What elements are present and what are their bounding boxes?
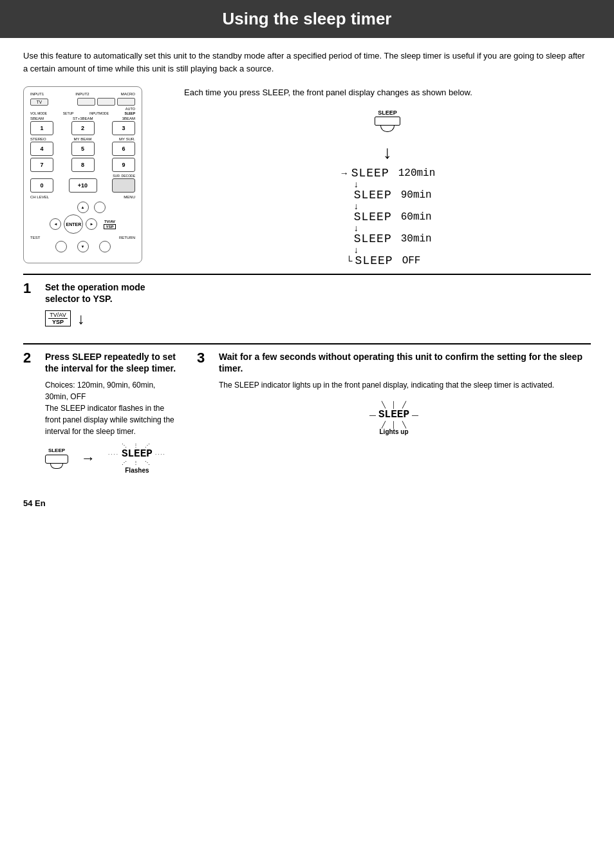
page-number-text: 54 En: [23, 498, 46, 508]
mybeam-label: MY BEAM: [74, 137, 92, 141]
chlevel-label: CH LEVEL: [30, 195, 49, 199]
intro-paragraph: Use this feature to automatically set th…: [23, 50, 591, 75]
selector-arrow-down: ↓: [77, 310, 85, 328]
remote-btn-1[interactable]: 1: [30, 121, 53, 135]
remote-btn-2[interactable]: 2: [71, 121, 95, 135]
lights-up-illustration: ╲│╱ — SLEEP — ╱│╲ Lights up: [197, 401, 591, 435]
sleep-30-label: SLEEP: [354, 232, 392, 245]
remote-sleep-label: SLEEP: [125, 111, 135, 115]
lights-up-label: Lights up: [380, 428, 409, 435]
sleep-btn-img: SLEEP: [45, 448, 68, 469]
title-text: Using the sleep timer: [223, 9, 392, 28]
step-2-section: 2 Press SLEEP repeatedly to set the inte…: [23, 343, 591, 479]
step1-number: 1: [23, 280, 39, 297]
ysp-selector-illustration: TV/AV YSP ↓: [45, 310, 178, 328]
flash-arrow: →: [81, 450, 95, 467]
step-1-section: 1 Set the operation mode selector to YSP…: [23, 274, 591, 333]
lights-sleep-text: SLEEP: [378, 409, 409, 420]
flashes-label: Flashes: [125, 467, 149, 474]
surdecode-label: SUR. DECODE: [113, 174, 135, 178]
remote-inputmode-label: INPUTMODE: [89, 111, 109, 115]
sleep-120-time: 120min: [398, 167, 436, 179]
remote-auto-label: AUTO: [126, 107, 135, 111]
ysp-btn-remote[interactable]: YSP: [104, 224, 115, 229]
test-label: TEST: [30, 236, 40, 240]
remote-btn-4[interactable]: 4: [30, 142, 53, 156]
remote-btn-5[interactable]: 5: [71, 142, 95, 156]
remote-input1-label: INPUT1: [30, 92, 44, 96]
remote-blank3: [117, 98, 135, 106]
sleep-flash-illustration: SLEEP → ⋱ ⋮ ⋰ ···· SLEEP ···· ⋰ ⋮ ⋱ Fl: [45, 442, 178, 474]
st3beam-label: ST+3BEAM: [73, 117, 93, 120]
menu-label: MENU: [124, 195, 135, 199]
remote-blank1: [77, 98, 95, 106]
remote-return-btn[interactable]: [99, 241, 111, 252]
remote-tv-btn: TV: [30, 99, 48, 106]
sleep-off-time: OFF: [402, 255, 421, 267]
stereo-label: STEREO: [30, 137, 46, 141]
sleep-30-time: 30min: [401, 233, 432, 245]
remote-volmode-label: VOL MODE: [30, 111, 47, 115]
step2-number: 2: [23, 350, 39, 366]
remote-up-btn[interactable]: ▲: [77, 202, 89, 213]
remote-enter-btn[interactable]: ENTER: [64, 214, 83, 234]
remote-menu-btn[interactable]: [94, 202, 106, 213]
remote-btn-3[interactable]: 3: [112, 121, 135, 135]
sleep-sequence-diagram: → SLEEP 120min ↓ SLEEP 90min ↓ SLEEP 60m…: [340, 167, 436, 267]
sleep-60-time: 60min: [401, 211, 432, 223]
ysp-selector-label: YSP: [48, 318, 68, 325]
page-title: Using the sleep timer: [0, 0, 614, 38]
sleep-90-time: 90min: [401, 189, 432, 201]
step2-body: Choices: 120min, 90min, 60min, 30min, OF…: [45, 379, 178, 437]
remote-btn-8[interactable]: 8: [71, 158, 95, 172]
remote-btn-6[interactable]: 6: [112, 142, 135, 156]
remote-btn-9[interactable]: 9: [112, 158, 135, 172]
remote-btn-plus10[interactable]: +10: [69, 178, 97, 193]
sbeam-label: SBEAM: [30, 117, 44, 120]
remote-down-btn[interactable]: ▼: [77, 241, 89, 252]
page-number: 54 En: [23, 498, 591, 508]
remote-macro-label: MACRO: [121, 92, 135, 96]
remote-illustration: INPUT1 INPUT2 MACRO TV AUTO: [23, 86, 142, 263]
mysur-label: MY SUR.: [119, 137, 135, 141]
step1-title: Set the operation mode selector to YSP.: [45, 281, 178, 305]
remote-blank2: [97, 98, 115, 106]
step3-body: The SLEEP indicator lights up in the fro…: [219, 379, 591, 391]
remote-btn-0[interactable]: 0: [30, 178, 53, 193]
right-intro-text: Each time you press SLEEP, the front pan…: [184, 86, 591, 99]
remote-btn-7[interactable]: 7: [30, 158, 53, 172]
return-label: RETURN: [119, 236, 135, 240]
sleep-button-diagram-top: SLEEP: [375, 109, 400, 132]
sleep-90-label: SLEEP: [354, 189, 392, 202]
step3-title: Wait for a few seconds without operating…: [219, 351, 591, 374]
step2-title: Press SLEEP repeatedly to set the interv…: [45, 351, 178, 374]
sleep-off-label: SLEEP: [355, 254, 393, 267]
remote-btn-blank[interactable]: [112, 178, 135, 193]
remote-test-btn[interactable]: [55, 241, 67, 252]
remote-left-btn[interactable]: ◄: [50, 218, 61, 230]
flash-display: ⋱ ⋮ ⋰ ···· SLEEP ···· ⋰ ⋮ ⋱ Flashes: [108, 442, 166, 474]
tv-av-selector-label: TV/AV: [48, 312, 68, 318]
arrow-down-from-button: ↓: [383, 142, 392, 163]
remote-right-btn[interactable]: ►: [86, 218, 97, 230]
sleep-60-label: SLEEP: [354, 211, 392, 223]
remote-input2-label: INPUT2: [75, 92, 89, 96]
step3-number: 3: [197, 350, 212, 366]
remote-setup-label: SETUP: [63, 111, 74, 115]
tv-av-text: TV/AV: [104, 220, 115, 223]
3beam-label: 3BEAM: [122, 117, 135, 120]
sleep-120-label: SLEEP: [351, 167, 389, 180]
